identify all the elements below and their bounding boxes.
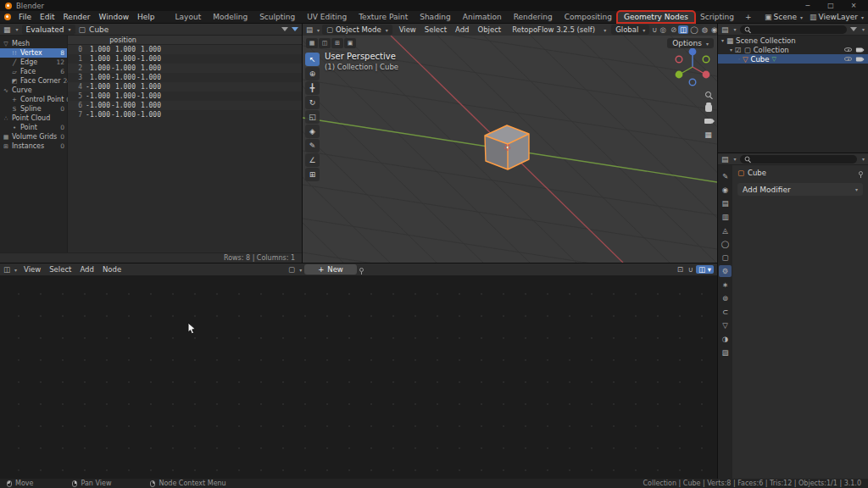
shading-mode-icon[interactable]: ◯ (688, 25, 700, 34)
viewport-tool-button[interactable]: ⊕ (305, 67, 320, 80)
workspace-tab[interactable]: Rendering (508, 12, 559, 22)
table-row[interactable]: 5 -1.000 1.000 -1.000 (68, 92, 302, 101)
domain-row[interactable]: ╱ Edge 12 (0, 58, 67, 67)
workspace-tab[interactable]: Geometry Nodes (618, 12, 694, 22)
properties-tab[interactable]: ▢ (719, 252, 732, 263)
blender-menu-icon[interactable] (4, 14, 11, 20)
viewport-tool-button[interactable]: ◱ (305, 110, 320, 124)
outliner-row-cube[interactable]: · ▽ Cube ▽ (718, 54, 868, 64)
workspace-tab[interactable]: Layout (170, 12, 208, 22)
shading-mode-icon[interactable]: ◫ (678, 25, 688, 34)
scene-selector[interactable]: Scene (774, 13, 797, 21)
disclosure-triangle-icon[interactable]: ▾ (730, 47, 732, 53)
menu-item[interactable]: Node (98, 265, 125, 274)
menu-item[interactable]: View (395, 25, 420, 34)
overlay-toggle-icon[interactable]: ▣ (344, 38, 356, 48)
shading-mode-icon[interactable]: ⊘ (669, 25, 678, 34)
domain-row[interactable]: ∷ Vertex 8 (0, 48, 67, 58)
pin-icon[interactable] (359, 268, 364, 272)
node-editor-option-icon[interactable]: ◫ ▾ (696, 265, 714, 274)
node-editor-option-icon[interactable]: ∪ (686, 265, 696, 274)
table-row[interactable]: 0 1.000 1.000 1.000 (68, 45, 302, 54)
overlay-toggle-icon[interactable]: ◫ (319, 38, 331, 48)
properties-tab[interactable]: ⊚ (719, 292, 732, 304)
navigation-gizmo[interactable] (676, 48, 710, 86)
dataset-dropdown[interactable]: Evaluated ▾ (22, 25, 75, 35)
orientation-dropdown[interactable]: Global ▾ (611, 25, 649, 35)
menu-item[interactable]: Add (75, 265, 97, 274)
menu-item[interactable]: Select (45, 265, 75, 274)
menu-item[interactable]: Add (451, 25, 473, 34)
domain-row[interactable]: ⊞ Instances 0 (0, 141, 67, 151)
menu-item[interactable]: Help (133, 13, 159, 21)
properties-tab[interactable]: ◬ (719, 225, 732, 236)
properties-tab[interactable]: ✎ (719, 170, 732, 182)
overlay-toggle-icon[interactable]: ▦ (306, 38, 318, 48)
domain-row[interactable]: • Point 0 (0, 123, 67, 132)
disclosure-dot-icon[interactable]: · (738, 56, 740, 62)
editor-type-outliner-icon[interactable]: ▤ (721, 25, 729, 34)
viewport-tool-button[interactable]: ↻ (305, 96, 320, 109)
table-row[interactable]: 4 -1.000 1.000 1.000 (68, 82, 302, 92)
viewport-tool-button[interactable]: ⊞ (305, 168, 320, 181)
hide-in-viewport-icon[interactable] (844, 57, 852, 61)
node-editor-option-icon[interactable]: ⊡ (675, 265, 686, 274)
workspace-tab[interactable]: UV Editing (301, 12, 353, 22)
domain-row[interactable]: ▱ Face 6 (0, 67, 67, 76)
zoom-icon[interactable] (705, 92, 711, 97)
workspace-tab[interactable]: Animation (457, 12, 508, 22)
workspace-tab[interactable]: Modeling (207, 12, 253, 22)
table-row[interactable]: 3 1.000 -1.000 -1.000 (68, 73, 302, 82)
menu-item[interactable]: Edit (36, 13, 58, 21)
domain-row[interactable]: ∿ Curve (0, 86, 67, 95)
menu-item[interactable]: Select (420, 25, 451, 34)
domain-row[interactable]: S Spline 0 (0, 104, 67, 114)
menu-item[interactable]: Object (474, 25, 506, 34)
editor-type-properties-icon[interactable]: ▤ (721, 155, 729, 164)
domain-row[interactable]: ◩ Face Corner 24 (0, 76, 67, 86)
properties-tab[interactable]: ⚙ (719, 265, 732, 277)
properties-tab[interactable]: ⊂ (719, 306, 732, 318)
options-dropdown[interactable]: Options ▾ (667, 38, 714, 48)
menu-item[interactable]: Render (59, 13, 95, 21)
menu-item[interactable]: Window (95, 13, 134, 21)
workspace-tab[interactable]: Sculpting (253, 12, 301, 22)
close-button[interactable]: × (844, 2, 863, 9)
workspace-tab[interactable]: Scripting (694, 12, 740, 22)
editor-type-spreadsheet-icon[interactable]: ▦ (3, 25, 11, 34)
shading-mode-icon[interactable]: ◍ (700, 25, 709, 34)
menu-item[interactable]: File (14, 13, 36, 21)
properties-tab[interactable]: ▤ (719, 197, 732, 209)
properties-tab[interactable]: ◯ (719, 238, 732, 250)
shading-mode-icon[interactable]: ◉ (709, 25, 717, 34)
node-editor-canvas[interactable] (0, 275, 717, 479)
column-header-position[interactable]: position (85, 36, 161, 44)
proportional-edit-icon[interactable]: ◎ (660, 25, 666, 34)
outliner-row-collection[interactable]: ▾ ☑ ▢ Collection (718, 45, 868, 54)
viewport-tool-button[interactable]: ╋ (305, 81, 320, 95)
pan-hand-icon[interactable] (705, 104, 712, 112)
domain-row[interactable]: ▦ Volume Grids 0 (0, 132, 67, 141)
workspace-tab[interactable]: Compositing (559, 12, 618, 22)
minimize-button[interactable]: ─ (798, 2, 817, 9)
table-row[interactable]: 1 1.000 1.000 -1.000 (68, 54, 302, 64)
viewport-tool-button[interactable]: ∠ (305, 153, 320, 167)
maximize-button[interactable]: □ (821, 2, 840, 9)
properties-tab[interactable]: ◑ (719, 333, 732, 345)
camera-view-icon[interactable] (704, 119, 712, 124)
add-workspace-button[interactable]: + (740, 13, 757, 21)
domain-row[interactable]: + Control Point 0 (0, 95, 67, 104)
retopoflow-menu[interactable]: RetopoFlow 3.2.5 (self) (508, 25, 599, 34)
viewport-tool-button[interactable]: ✎ (305, 139, 320, 152)
outliner-search-input[interactable] (740, 25, 847, 34)
properties-tab[interactable]: ∗ (719, 279, 732, 291)
filter-icon[interactable] (281, 27, 288, 31)
new-node-tree-button[interactable]: + New (304, 264, 357, 274)
table-row[interactable]: 6 -1.000 -1.000 1.000 (68, 101, 302, 110)
table-row[interactable]: 7 -1.000 -1.000 -1.000 (68, 110, 302, 119)
pin-icon[interactable] (859, 171, 863, 175)
editor-type-node-icon[interactable]: ◫ (3, 265, 10, 274)
properties-tab[interactable]: ◉ (719, 184, 732, 196)
overlay-toggle-icon[interactable]: ⊞ (331, 38, 343, 48)
disclosure-triangle-icon[interactable]: ▾ (721, 37, 724, 43)
